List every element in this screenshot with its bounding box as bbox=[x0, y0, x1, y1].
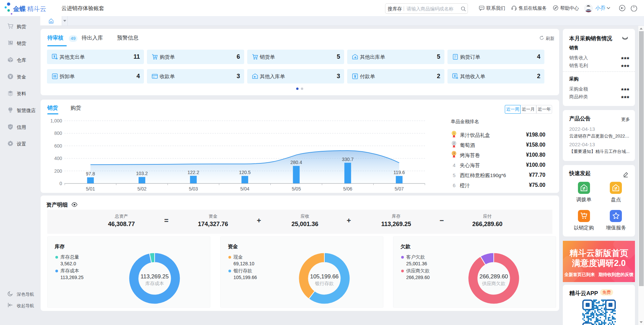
svg-text:0: 0 bbox=[59, 181, 62, 186]
svg-text:113,269.25: 113,269.25 bbox=[141, 273, 169, 280]
svg-text:330.7: 330.7 bbox=[342, 157, 354, 162]
svg-text:银行存款: 银行存款 bbox=[315, 281, 334, 286]
svg-text:¥: ¥ bbox=[354, 74, 356, 79]
svg-text:3: 3 bbox=[453, 152, 455, 155]
svg-text:266,289.60: 266,289.60 bbox=[479, 273, 508, 280]
svg-text:280.4: 280.4 bbox=[290, 160, 302, 165]
svg-text:5/01: 5/01 bbox=[86, 186, 95, 192]
svg-text:5/02: 5/02 bbox=[137, 186, 146, 192]
svg-text:供应商欠款: 供应商欠款 bbox=[482, 281, 505, 286]
svg-text:120.5: 120.5 bbox=[239, 170, 251, 175]
svg-text:97.8: 97.8 bbox=[86, 171, 95, 176]
svg-text:2: 2 bbox=[453, 142, 455, 145]
svg-text:103.2: 103.2 bbox=[136, 171, 148, 176]
svg-text:200: 200 bbox=[54, 168, 62, 174]
svg-text:105,199.66: 105,199.66 bbox=[310, 273, 338, 280]
svg-text:¥: ¥ bbox=[53, 55, 55, 58]
svg-text:800: 800 bbox=[54, 130, 62, 136]
svg-text:400: 400 bbox=[54, 156, 62, 161]
svg-text:122.2: 122.2 bbox=[187, 170, 199, 175]
svg-text:库存成本: 库存成本 bbox=[145, 281, 164, 286]
svg-text:5/05: 5/05 bbox=[292, 186, 301, 192]
svg-text:5/06: 5/06 bbox=[343, 186, 352, 192]
svg-text:¥: ¥ bbox=[454, 74, 456, 78]
svg-text:5/03: 5/03 bbox=[189, 186, 198, 192]
svg-text:119.6: 119.6 bbox=[393, 170, 405, 175]
svg-text:5/04: 5/04 bbox=[240, 186, 249, 192]
svg-text:5/07: 5/07 bbox=[394, 186, 404, 192]
svg-text:600: 600 bbox=[54, 143, 62, 149]
svg-text:1: 1 bbox=[453, 131, 455, 135]
svg-text:1,000: 1,000 bbox=[50, 118, 62, 123]
